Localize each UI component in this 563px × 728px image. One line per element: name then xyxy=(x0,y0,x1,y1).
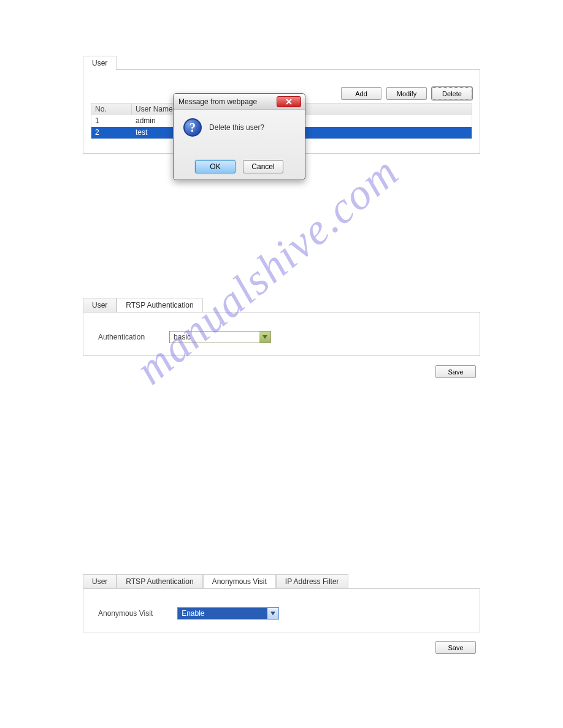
close-icon[interactable] xyxy=(277,96,301,107)
dialog-buttons: OK Cancel xyxy=(174,160,305,173)
auth-row: Authentication basic xyxy=(98,331,271,343)
add-button[interactable]: Add xyxy=(341,87,381,100)
cell-no: 1 xyxy=(91,115,132,127)
anon-value: Enable xyxy=(182,609,204,618)
auth-combo[interactable]: basic xyxy=(169,331,271,343)
dialog-title-bar: Message from webpage xyxy=(174,94,305,110)
cell-no: 2 xyxy=(91,127,132,138)
anon-row: Anonymous Visit Enable xyxy=(98,607,279,620)
col-no: No. xyxy=(91,104,132,115)
dialog-body: ? Delete this user? xyxy=(174,110,305,140)
auth-value: basic xyxy=(174,333,191,341)
chevron-down-icon xyxy=(267,608,278,619)
tab-user[interactable]: User xyxy=(83,298,117,312)
save-button[interactable]: Save xyxy=(435,365,476,378)
tabs-anon: User RTSP Authentication Anonymous Visit… xyxy=(83,574,348,588)
tab-user[interactable]: User xyxy=(83,56,117,70)
anon-label: Anonymous Visit xyxy=(98,609,153,618)
tab-ip-filter[interactable]: IP Address Filter xyxy=(276,574,348,588)
anon-select[interactable]: Enable xyxy=(177,607,279,620)
panel-rtsp: Authentication basic xyxy=(83,312,480,356)
tab-anonymous-visit[interactable]: Anonymous Visit xyxy=(203,574,276,588)
tab-user[interactable]: User xyxy=(83,574,117,588)
tabs-user: User xyxy=(83,56,117,70)
tabs-rtsp: User RTSP Authentication xyxy=(83,298,203,312)
user-toolbar: Add Modify Delete xyxy=(341,87,472,100)
cancel-button[interactable]: Cancel xyxy=(243,160,283,173)
auth-label: Authentication xyxy=(98,333,145,341)
question-icon: ? xyxy=(183,118,202,137)
modify-button[interactable]: Modify xyxy=(386,87,427,100)
tab-rtsp-auth[interactable]: RTSP Authentication xyxy=(117,574,202,588)
save-button[interactable]: Save xyxy=(435,641,476,654)
confirm-dialog: Message from webpage ? Delete this user?… xyxy=(173,93,305,180)
panel-anon: Anonymous Visit Enable xyxy=(83,588,480,632)
tab-rtsp-auth[interactable]: RTSP Authentication xyxy=(117,298,202,312)
delete-button[interactable]: Delete xyxy=(432,87,472,100)
chevron-down-icon xyxy=(259,332,270,343)
watermark-text: manualshive.com xyxy=(126,146,409,395)
dialog-title: Message from webpage xyxy=(178,97,277,106)
dialog-text: Delete this user? xyxy=(209,123,264,132)
ok-button[interactable]: OK xyxy=(195,160,236,173)
